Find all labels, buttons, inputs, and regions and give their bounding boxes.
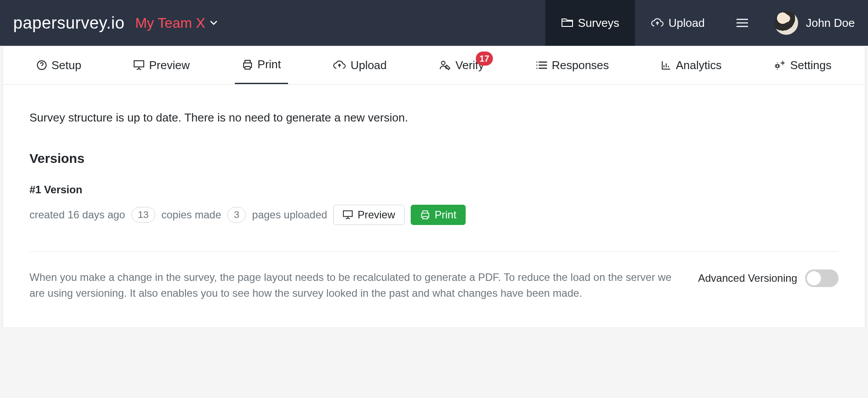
- cloud-upload-icon: [333, 60, 346, 70]
- printer-icon: [420, 210, 430, 220]
- tab-content: Survey structure is up to date. There is…: [3, 85, 865, 328]
- copies-label: copies made: [161, 209, 221, 221]
- svg-point-2: [441, 61, 445, 65]
- copies-count-pill: 13: [131, 207, 155, 223]
- tab-analytics[interactable]: Analytics: [654, 46, 729, 84]
- versioning-description: When you make a change in the survey, th…: [29, 269, 681, 301]
- tab-settings[interactable]: Settings: [766, 46, 839, 84]
- tab-print[interactable]: Print: [235, 46, 288, 84]
- verify-badge: 17: [476, 52, 492, 66]
- nav-surveys-label: Surveys: [578, 16, 619, 30]
- advanced-versioning-toggle[interactable]: [805, 269, 839, 287]
- tab-verify[interactable]: Verify 17: [432, 46, 491, 84]
- avatar: [774, 11, 798, 35]
- cloud-upload-icon: [651, 18, 664, 28]
- presentation-icon: [343, 210, 353, 220]
- tab-settings-label: Settings: [790, 59, 832, 72]
- list-icon: [536, 61, 547, 70]
- tab-analytics-label: Analytics: [676, 59, 722, 72]
- chevron-down-icon: [210, 20, 218, 26]
- footer-row: When you make a change in the survey, th…: [29, 269, 839, 301]
- user-name: John Doe: [806, 16, 855, 30]
- team-name: My Team X: [135, 15, 205, 31]
- team-selector[interactable]: My Team X: [135, 15, 217, 31]
- tab-responses[interactable]: Responses: [529, 46, 616, 84]
- print-button[interactable]: Print: [411, 205, 466, 225]
- print-button-label: Print: [435, 209, 456, 221]
- tab-preview[interactable]: Preview: [126, 46, 197, 84]
- advanced-versioning-control: Advanced Versioning: [698, 269, 839, 287]
- versions-heading: Versions: [29, 151, 839, 166]
- printer-icon: [242, 59, 253, 70]
- menu-icon: [737, 18, 748, 27]
- divider: [29, 251, 839, 252]
- chart-icon: [661, 60, 671, 70]
- folder-icon: [561, 18, 573, 28]
- tab-preview-label: Preview: [149, 59, 190, 72]
- version-details-row: created 16 days ago 13 copies made 3 pag…: [29, 205, 839, 225]
- tab-setup-label: Setup: [51, 59, 81, 72]
- nav-surveys[interactable]: Surveys: [545, 0, 635, 46]
- svg-rect-5: [343, 211, 352, 217]
- pages-count-pill: 3: [227, 207, 246, 223]
- preview-button[interactable]: Preview: [333, 205, 404, 225]
- user-menu[interactable]: John Doe: [764, 11, 855, 35]
- main-panel: Setup Preview Print Upload Verify 17 Res…: [3, 46, 865, 328]
- svg-point-4: [782, 62, 784, 64]
- question-circle-icon: [36, 60, 47, 70]
- svg-point-3: [776, 65, 779, 67]
- tab-responses-label: Responses: [552, 59, 609, 72]
- status-message: Survey structure is up to date. There is…: [29, 111, 839, 125]
- tab-upload[interactable]: Upload: [326, 46, 394, 84]
- top-navbar: papersurvey.io My Team X Surveys Upload …: [0, 0, 868, 46]
- advanced-versioning-label: Advanced Versioning: [698, 272, 798, 284]
- presentation-icon: [133, 60, 145, 70]
- survey-tabs: Setup Preview Print Upload Verify 17 Res…: [3, 46, 865, 85]
- hamburger-menu[interactable]: [721, 18, 764, 27]
- nav-upload-label: Upload: [668, 16, 704, 30]
- tab-print-label: Print: [258, 58, 281, 71]
- version-title: #1 Version: [29, 184, 839, 196]
- brand-logo[interactable]: papersurvey.io: [13, 14, 124, 33]
- version-created: created 16 days ago: [29, 209, 125, 221]
- tab-upload-label: Upload: [350, 59, 387, 72]
- pages-label: pages uploaded: [252, 209, 327, 221]
- user-edit-icon: [439, 60, 451, 70]
- nav-upload[interactable]: Upload: [635, 0, 720, 46]
- svg-rect-1: [134, 61, 144, 67]
- tab-setup[interactable]: Setup: [29, 46, 88, 84]
- preview-button-label: Preview: [357, 209, 395, 221]
- gears-icon: [773, 60, 786, 70]
